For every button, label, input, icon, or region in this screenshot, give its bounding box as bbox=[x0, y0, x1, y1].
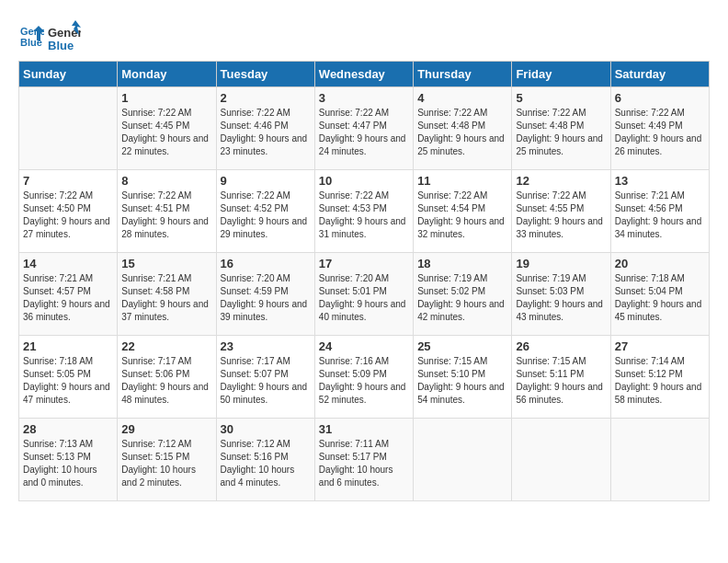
day-cell: 27 Sunrise: 7:14 AMSunset: 5:12 PMDaylig… bbox=[610, 336, 709, 419]
day-cell bbox=[610, 419, 709, 501]
day-cell: 6 Sunrise: 7:22 AMSunset: 4:49 PMDayligh… bbox=[610, 87, 709, 170]
day-cell: 8 Sunrise: 7:22 AMSunset: 4:51 PMDayligh… bbox=[118, 170, 216, 253]
col-header-friday: Friday bbox=[512, 62, 610, 87]
cell-info: Sunrise: 7:22 AMSunset: 4:49 PMDaylight:… bbox=[615, 107, 705, 158]
day-number: 29 bbox=[121, 422, 211, 436]
day-cell: 5 Sunrise: 7:22 AMSunset: 4:48 PMDayligh… bbox=[512, 87, 610, 170]
calendar-table: SundayMondayTuesdayWednesdayThursdayFrid… bbox=[18, 61, 710, 501]
day-cell: 9 Sunrise: 7:22 AMSunset: 4:52 PMDayligh… bbox=[216, 170, 314, 253]
day-cell bbox=[19, 87, 118, 170]
day-number: 31 bbox=[319, 422, 409, 436]
day-number: 28 bbox=[23, 422, 113, 436]
cell-info: Sunrise: 7:22 AMSunset: 4:50 PMDaylight:… bbox=[23, 190, 113, 241]
day-cell: 21 Sunrise: 7:18 AMSunset: 5:05 PMDaylig… bbox=[19, 336, 118, 419]
day-number: 15 bbox=[121, 257, 211, 270]
cell-info: Sunrise: 7:22 AMSunset: 4:54 PMDaylight:… bbox=[417, 190, 507, 241]
day-number: 24 bbox=[319, 339, 409, 353]
day-number: 10 bbox=[319, 174, 409, 188]
cell-info: Sunrise: 7:15 AMSunset: 5:10 PMDaylight:… bbox=[417, 355, 507, 407]
cell-info: Sunrise: 7:17 AMSunset: 5:07 PMDaylight:… bbox=[221, 355, 311, 407]
cell-info: Sunrise: 7:11 AMSunset: 5:17 PMDaylight:… bbox=[319, 438, 409, 489]
day-number: 13 bbox=[615, 174, 705, 188]
cell-info: Sunrise: 7:22 AMSunset: 4:48 PMDaylight:… bbox=[417, 107, 507, 158]
cell-info: Sunrise: 7:15 AMSunset: 5:11 PMDaylight:… bbox=[516, 355, 606, 407]
day-number: 25 bbox=[417, 339, 507, 353]
day-number: 7 bbox=[23, 174, 113, 188]
day-number: 5 bbox=[516, 91, 606, 105]
day-cell: 30 Sunrise: 7:12 AMSunset: 5:16 PMDaylig… bbox=[216, 419, 314, 501]
week-row-4: 21 Sunrise: 7:18 AMSunset: 5:05 PMDaylig… bbox=[19, 336, 710, 419]
day-number: 3 bbox=[319, 91, 409, 105]
day-number: 19 bbox=[516, 257, 606, 270]
col-header-thursday: Thursday bbox=[414, 62, 512, 87]
cell-info: Sunrise: 7:22 AMSunset: 4:48 PMDaylight:… bbox=[516, 107, 606, 158]
day-cell: 10 Sunrise: 7:22 AMSunset: 4:53 PMDaylig… bbox=[314, 170, 413, 253]
logo-icon: General Blue bbox=[18, 22, 44, 48]
day-cell: 18 Sunrise: 7:19 AMSunset: 5:02 PMDaylig… bbox=[414, 253, 512, 336]
day-cell bbox=[414, 419, 512, 501]
day-cell: 14 Sunrise: 7:21 AMSunset: 4:57 PMDaylig… bbox=[19, 253, 118, 336]
day-number: 1 bbox=[121, 91, 211, 105]
week-row-1: 1 Sunrise: 7:22 AMSunset: 4:45 PMDayligh… bbox=[19, 87, 710, 170]
day-number: 16 bbox=[221, 257, 311, 270]
cell-info: Sunrise: 7:22 AMSunset: 4:53 PMDaylight:… bbox=[319, 190, 409, 241]
svg-text:Blue: Blue bbox=[48, 39, 74, 52]
day-number: 21 bbox=[23, 339, 113, 353]
cell-info: Sunrise: 7:14 AMSunset: 5:12 PMDaylight:… bbox=[615, 355, 705, 407]
day-cell: 19 Sunrise: 7:19 AMSunset: 5:03 PMDaylig… bbox=[512, 253, 610, 336]
col-header-monday: Monday bbox=[118, 62, 216, 87]
cell-info: Sunrise: 7:21 AMSunset: 4:58 PMDaylight:… bbox=[121, 272, 211, 324]
day-number: 18 bbox=[417, 257, 507, 270]
day-number: 14 bbox=[23, 257, 113, 270]
cell-info: Sunrise: 7:13 AMSunset: 5:13 PMDaylight:… bbox=[23, 438, 113, 489]
day-cell: 28 Sunrise: 7:13 AMSunset: 5:13 PMDaylig… bbox=[19, 419, 118, 501]
col-header-sunday: Sunday bbox=[19, 62, 118, 87]
logo: General Blue General Blue bbox=[18, 18, 81, 52]
day-cell: 17 Sunrise: 7:20 AMSunset: 5:01 PMDaylig… bbox=[314, 253, 413, 336]
day-cell: 24 Sunrise: 7:16 AMSunset: 5:09 PMDaylig… bbox=[314, 336, 413, 419]
cell-info: Sunrise: 7:12 AMSunset: 5:15 PMDaylight:… bbox=[121, 438, 211, 489]
cell-info: Sunrise: 7:22 AMSunset: 4:52 PMDaylight:… bbox=[221, 190, 311, 241]
day-cell: 11 Sunrise: 7:22 AMSunset: 4:54 PMDaylig… bbox=[414, 170, 512, 253]
cell-info: Sunrise: 7:21 AMSunset: 4:56 PMDaylight:… bbox=[615, 190, 705, 241]
day-number: 12 bbox=[516, 174, 606, 188]
logo-bird-icon: General Blue bbox=[48, 18, 81, 52]
day-number: 20 bbox=[615, 257, 705, 270]
week-row-5: 28 Sunrise: 7:13 AMSunset: 5:13 PMDaylig… bbox=[19, 419, 710, 501]
cell-info: Sunrise: 7:22 AMSunset: 4:51 PMDaylight:… bbox=[121, 190, 211, 241]
cell-info: Sunrise: 7:21 AMSunset: 4:57 PMDaylight:… bbox=[23, 272, 113, 324]
day-number: 2 bbox=[221, 91, 311, 105]
day-number: 23 bbox=[221, 339, 311, 353]
col-header-saturday: Saturday bbox=[610, 62, 709, 87]
week-row-2: 7 Sunrise: 7:22 AMSunset: 4:50 PMDayligh… bbox=[19, 170, 710, 253]
cell-info: Sunrise: 7:22 AMSunset: 4:46 PMDaylight:… bbox=[221, 107, 311, 158]
day-cell: 22 Sunrise: 7:17 AMSunset: 5:06 PMDaylig… bbox=[118, 336, 216, 419]
day-cell: 26 Sunrise: 7:15 AMSunset: 5:11 PMDaylig… bbox=[512, 336, 610, 419]
day-number: 30 bbox=[221, 422, 311, 436]
day-number: 8 bbox=[121, 174, 211, 188]
cell-info: Sunrise: 7:18 AMSunset: 5:05 PMDaylight:… bbox=[23, 355, 113, 407]
day-cell: 12 Sunrise: 7:22 AMSunset: 4:55 PMDaylig… bbox=[512, 170, 610, 253]
day-cell: 4 Sunrise: 7:22 AMSunset: 4:48 PMDayligh… bbox=[414, 87, 512, 170]
day-number: 6 bbox=[615, 91, 705, 105]
day-number: 11 bbox=[417, 174, 507, 188]
day-cell: 2 Sunrise: 7:22 AMSunset: 4:46 PMDayligh… bbox=[216, 87, 314, 170]
page-header: General Blue General Blue bbox=[18, 18, 710, 52]
cell-info: Sunrise: 7:18 AMSunset: 5:04 PMDaylight:… bbox=[615, 272, 705, 324]
day-number: 17 bbox=[319, 257, 409, 270]
day-cell: 7 Sunrise: 7:22 AMSunset: 4:50 PMDayligh… bbox=[19, 170, 118, 253]
day-number: 26 bbox=[516, 339, 606, 353]
cell-info: Sunrise: 7:20 AMSunset: 5:01 PMDaylight:… bbox=[319, 272, 409, 324]
cell-info: Sunrise: 7:12 AMSunset: 5:16 PMDaylight:… bbox=[221, 438, 311, 489]
header-row: SundayMondayTuesdayWednesdayThursdayFrid… bbox=[19, 62, 710, 87]
cell-info: Sunrise: 7:19 AMSunset: 5:03 PMDaylight:… bbox=[516, 272, 606, 324]
day-number: 9 bbox=[221, 174, 311, 188]
day-number: 4 bbox=[417, 91, 507, 105]
day-cell: 23 Sunrise: 7:17 AMSunset: 5:07 PMDaylig… bbox=[216, 336, 314, 419]
cell-info: Sunrise: 7:22 AMSunset: 4:55 PMDaylight:… bbox=[516, 190, 606, 241]
cell-info: Sunrise: 7:22 AMSunset: 4:47 PMDaylight:… bbox=[319, 107, 409, 158]
day-cell: 20 Sunrise: 7:18 AMSunset: 5:04 PMDaylig… bbox=[610, 253, 709, 336]
cell-info: Sunrise: 7:16 AMSunset: 5:09 PMDaylight:… bbox=[319, 355, 409, 407]
day-cell: 31 Sunrise: 7:11 AMSunset: 5:17 PMDaylig… bbox=[314, 419, 413, 501]
day-cell: 1 Sunrise: 7:22 AMSunset: 4:45 PMDayligh… bbox=[118, 87, 216, 170]
